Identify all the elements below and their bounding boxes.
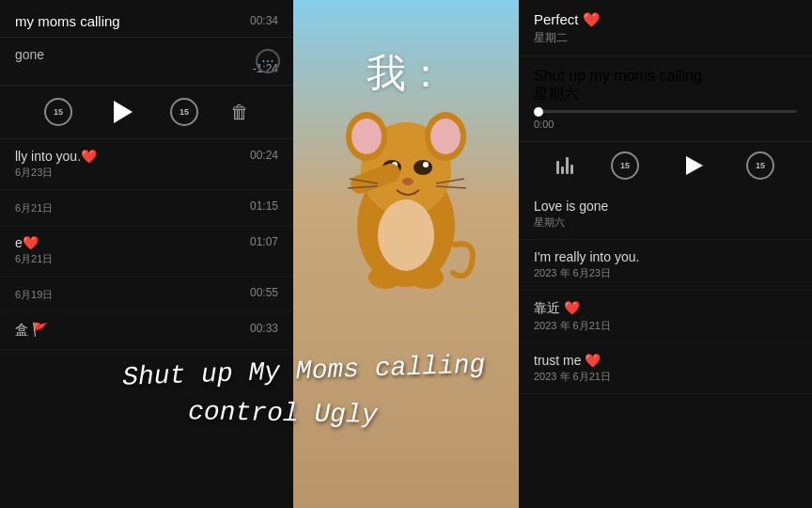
- list-item[interactable]: e❤️ 6月21日 01:07: [0, 226, 293, 277]
- jerry-svg: [321, 85, 491, 292]
- svg-point-12: [378, 199, 434, 271]
- right-rewind-label: 15: [620, 161, 630, 170]
- progress-bar[interactable]: [534, 110, 797, 113]
- right-forward-label: 15: [756, 161, 765, 170]
- right-item-sub: 星期二: [534, 30, 797, 46]
- eq-bar-3: [566, 157, 569, 174]
- svg-point-9: [423, 162, 429, 167]
- playing-title: gone: [15, 47, 278, 62]
- item-date: 6月23日: [15, 166, 278, 180]
- svg-point-13: [368, 266, 402, 289]
- svg-point-3: [351, 119, 382, 154]
- list-item[interactable]: 盒 🚩 00:33: [0, 312, 293, 351]
- right-list-sub: 星期六: [534, 215, 797, 230]
- heart-icon: ❤️: [583, 11, 601, 27]
- right-list-title: Love is gone: [534, 198, 797, 214]
- main-container: my moms calling 00:34 gone -1:24 ··· 15 …: [0, 0, 812, 508]
- item-title: lly into you.❤️: [15, 149, 278, 164]
- svg-point-10: [402, 178, 414, 185]
- right-rewind-button[interactable]: 15: [611, 151, 639, 180]
- right-list-sub: 2023 年 6月21日: [534, 370, 797, 384]
- equalizer-icon[interactable]: [556, 157, 573, 174]
- item-time: 01:07: [250, 235, 278, 248]
- time-label: 0:00: [534, 119, 797, 130]
- right-list-sub: 2023 年 6月21日: [534, 319, 797, 333]
- eq-bar-1: [556, 161, 559, 174]
- right-play-icon: [686, 156, 703, 175]
- right-forward-button[interactable]: 15: [746, 151, 774, 180]
- right-top-item[interactable]: Perfect ❤️ 星期二: [519, 0, 812, 56]
- right-panel: Perfect ❤️ 星期二 Shut up my moms calling 星…: [519, 0, 812, 508]
- item-time: 00:24: [250, 149, 278, 162]
- right-list-sub: 2023 年 6月23日: [534, 266, 797, 280]
- rewind-label: 15: [54, 107, 63, 117]
- right-playing-sub: 星期六: [534, 85, 797, 104]
- item-date: 6月21日: [15, 201, 278, 215]
- item-time: 01:15: [250, 199, 278, 213]
- forward-button[interactable]: 15: [170, 98, 198, 126]
- play-icon: [114, 101, 133, 123]
- heart-icon: ❤️: [585, 353, 601, 368]
- item-date: 6月19日: [15, 288, 278, 302]
- left-list: lly into you.❤️ 6月23日 00:24 6月21日 01:15 …: [0, 139, 293, 351]
- center-panel: 我：: [293, 0, 519, 508]
- right-playing-item: Shut up my moms calling 星期六 0:00: [519, 56, 812, 142]
- jerry-image: [321, 85, 491, 292]
- eq-bar-2: [561, 167, 564, 174]
- item-date: 6月21日: [15, 252, 278, 266]
- right-list-item[interactable]: trust me ❤️ 2023 年 6月21日: [519, 343, 812, 394]
- right-list-item[interactable]: 靠近 ❤️ 2023 年 6月21日: [519, 291, 812, 343]
- right-playing-title: Shut up my moms calling: [534, 68, 797, 85]
- player-controls: 15 15 🗑: [0, 86, 293, 139]
- svg-point-7: [414, 160, 432, 175]
- list-item[interactable]: 6月21日 01:15: [0, 190, 293, 226]
- list-item[interactable]: lly into you.❤️ 6月23日 00:24: [0, 139, 293, 190]
- svg-point-5: [430, 119, 461, 154]
- item-time: 00:55: [250, 286, 278, 299]
- forward-label: 15: [180, 107, 189, 117]
- rewind-button[interactable]: 15: [44, 98, 72, 126]
- item-time: 00:33: [250, 322, 278, 335]
- top-item: my moms calling 00:34: [0, 0, 293, 38]
- heart-icon: ❤️: [564, 300, 580, 315]
- progress-dot: [534, 107, 543, 117]
- playing-time-neg: -1:24: [15, 62, 278, 75]
- playing-item: gone -1:24 ···: [0, 38, 293, 86]
- play-button[interactable]: [104, 95, 138, 129]
- right-controls: 15 15: [519, 142, 812, 189]
- more-button[interactable]: ···: [256, 49, 280, 73]
- list-item[interactable]: 6月19日 00:55: [0, 277, 293, 312]
- right-list-item[interactable]: I'm really into you. 2023 年 6月23日: [519, 240, 812, 291]
- item-title: 盒 🚩: [15, 322, 278, 339]
- right-list-title: trust me ❤️: [534, 353, 797, 368]
- right-list-title: I'm really into you.: [534, 249, 797, 264]
- right-list-title: 靠近 ❤️: [534, 300, 797, 317]
- item-title: e❤️: [15, 235, 278, 250]
- right-list-item[interactable]: Love is gone 星期六: [519, 189, 812, 240]
- svg-point-14: [410, 266, 444, 289]
- eq-bar-4: [570, 165, 573, 174]
- left-panel: my moms calling 00:34 gone -1:24 ··· 15 …: [0, 0, 293, 508]
- right-item-title: Perfect ❤️: [534, 11, 797, 28]
- more-icon: ···: [261, 53, 273, 70]
- right-play-button[interactable]: [677, 150, 709, 182]
- delete-button[interactable]: 🗑: [230, 102, 249, 123]
